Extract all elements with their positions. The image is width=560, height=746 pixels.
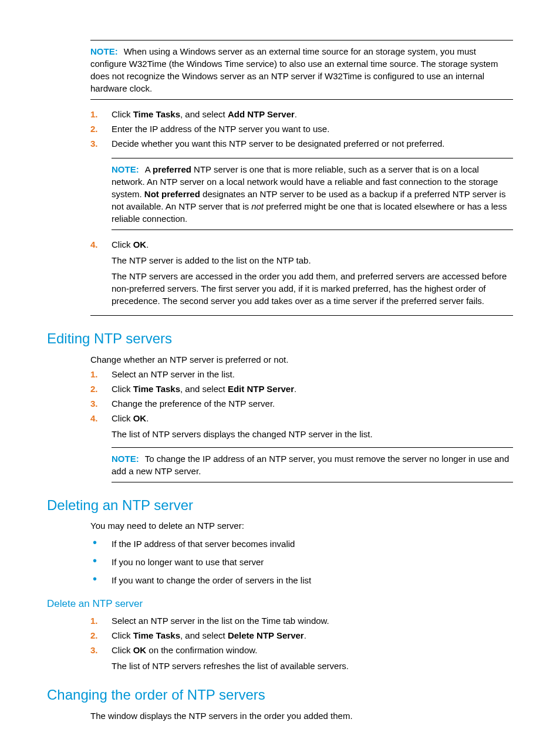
ordered-list: Select an NTP server in the list. Click … — [90, 368, 513, 482]
list-item: Select an NTP server in the list. — [90, 368, 513, 380]
sub-text: The NTP servers are accessed in the orde… — [112, 270, 513, 307]
ordered-list: Click OK. The NTP server is added to the… — [90, 238, 513, 307]
list-item: If the IP address of that server becomes… — [90, 538, 513, 550]
body-text: You may need to delete an NTP server: — [90, 519, 513, 532]
list-item: Click OK. The NTP server is added to the… — [90, 238, 513, 307]
list-item: Select an NTP server in the list on the … — [90, 615, 513, 627]
body-text: The window displays the NTP servers in t… — [90, 710, 513, 722]
section-rule: Click OK. The NTP server is added to the… — [90, 238, 513, 316]
heading-deleting-ntp-server: Deleting an NTP server — [47, 495, 513, 515]
note-block: NOTE:A preferred NTP server is one that … — [112, 158, 513, 230]
sub-text: The list of NTP servers refreshes the li… — [112, 660, 513, 672]
note-label: NOTE: — [112, 454, 139, 464]
note-block: NOTE:To change the IP address of an NTP … — [112, 447, 513, 482]
heading-editing-ntp-servers: Editing NTP servers — [47, 329, 513, 349]
heading-changing-order: Changing the order of NTP servers — [47, 685, 513, 705]
note-text: When using a Windows server as an extern… — [90, 46, 498, 93]
list-item: Click Time Tasks, and select Delete NTP … — [90, 629, 513, 642]
bullet-list: If the IP address of that server becomes… — [90, 538, 513, 586]
ordered-list: Select an NTP server in the list on the … — [90, 615, 513, 672]
list-item: Decide whether you want this NTP server … — [90, 137, 513, 230]
ordered-list: Click Time Tasks, and select Add NTP Ser… — [90, 108, 513, 230]
note-label: NOTE: — [112, 164, 139, 174]
list-item: Click Time Tasks, and select Edit NTP Se… — [90, 383, 513, 395]
list-item: If you no longer want to use that server — [90, 556, 513, 568]
list-item: Click OK on the confirmation window. The… — [90, 644, 513, 672]
sub-text: The list of NTP servers displays the cha… — [112, 428, 513, 440]
list-item: Enter the IP address of the NTP server y… — [90, 123, 513, 135]
sub-text: The NTP server is added to the list on t… — [112, 254, 513, 266]
note-block: NOTE:When using a Windows server as an e… — [90, 40, 513, 100]
list-item: Click OK. The list of NTP servers displa… — [90, 412, 513, 482]
list-item: Change the preference of the NTP server. — [90, 397, 513, 410]
body-text: Change whether an NTP server is preferre… — [90, 353, 513, 366]
note-text: To change the IP address of an NTP serve… — [112, 454, 509, 476]
heading-delete-ntp-server-sub: Delete an NTP server — [47, 597, 513, 611]
list-item: If you want to change the order of serve… — [90, 574, 513, 586]
note-label: NOTE: — [90, 46, 118, 56]
list-item: Click Time Tasks, and select Add NTP Ser… — [90, 108, 513, 120]
